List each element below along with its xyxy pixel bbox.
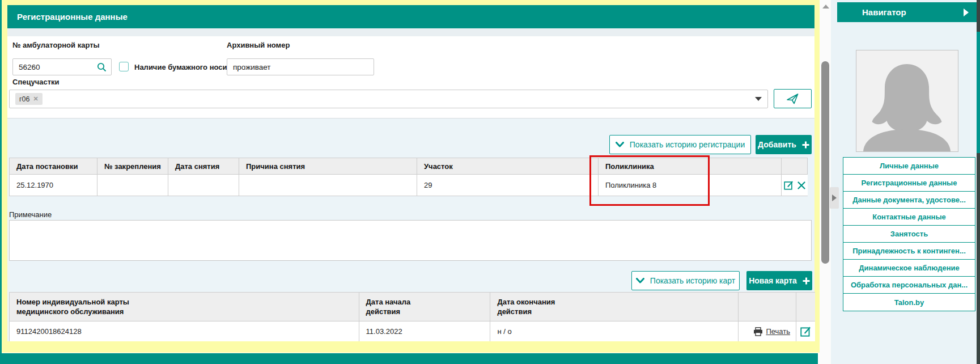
cell-removal-reason [239,175,417,196]
paper-carrier-checkbox[interactable] [119,62,129,71]
expand-panel-handle[interactable] [830,187,839,209]
navigator-header: Навигатор [837,2,977,22]
cell-date-removed [168,175,239,196]
col-attach-number: № закрепления [97,158,168,174]
right-edge-scrollbar-thumb[interactable] [977,32,980,153]
printer-icon [753,327,763,336]
navigator-title: Навигатор [862,7,906,17]
add-button-label: Добавить [758,140,796,149]
add-button[interactable]: Добавить [756,135,812,154]
note-textarea[interactable] [9,220,812,261]
panel-subband [7,28,814,36]
show-registration-history-label: Показать историю регистрации [630,140,745,149]
archive-number-input[interactable] [227,58,374,75]
col-area: Участок [417,158,599,174]
new-card-button[interactable]: Новая карта [746,271,812,290]
menu-item-personal-data-processing[interactable]: Обработка персональных дан... [843,277,975,294]
cards-table-header: Номер индивидуальной карты медицинского … [10,292,815,321]
tag-text: г06 [19,95,29,103]
print-link[interactable]: Печать [753,327,790,336]
cell-attach-number [97,175,168,196]
show-cards-history-label: Показать историю карт [650,276,735,285]
panel-title: Регистрационные данные [7,5,814,28]
tag-remove-icon[interactable]: ✕ [33,95,38,103]
card-number-field-wrap [12,58,112,75]
patient-avatar [856,50,958,152]
plus-icon [802,141,809,149]
special-areas-label: Спецучастки [12,78,60,86]
plus-icon [803,277,810,285]
cards-table-row: 9112420018624128 11.03.2022 н / о Печать [10,321,815,341]
new-card-label: Новая карта [749,276,797,285]
col-card-number: Номер индивидуальной карты медицинского … [10,293,359,321]
col-end-date: Дата окончания действия [490,293,739,321]
navigator-menu: Личные данные Регистрационные данные Дан… [843,157,975,311]
delete-row-icon[interactable] [797,181,805,189]
col-date-removed: Дата снятия [168,158,239,174]
menu-item-contact-data[interactable]: Контактные данные [843,209,975,226]
special-area-tag: г06 ✕ [15,93,43,105]
bottom-accent-bar [0,353,818,364]
note-label: Примечание [9,210,52,219]
cards-table: Номер индивидуальной карты медицинского … [9,292,815,341]
registration-table-row: 25.12.1970 29 Поликлиника 8 [10,175,808,196]
menu-item-personal-data[interactable]: Личные данные [843,158,975,175]
show-cards-history-button[interactable]: Показать историю карт [631,271,740,290]
cell-date-set: 25.12.1970 [10,175,97,196]
menu-item-employment[interactable]: Занятость [843,226,975,243]
cell-area: 29 [417,175,599,196]
search-icon[interactable] [97,62,107,74]
scroll-up-icon[interactable] [822,5,829,9]
expand-right-icon [832,194,837,201]
special-areas-dropdown[interactable]: г06 ✕ [9,90,768,108]
send-button[interactable] [774,89,812,108]
cell-card-number: 9112420018624128 [10,321,359,341]
scrollbar-thumb[interactable] [821,61,829,264]
chevron-down-icon[interactable] [755,97,762,101]
chevron-down-icon [616,142,624,147]
edit-row-icon[interactable] [784,180,794,190]
registration-table-header: Дата постановки № закрепления Дата сняти… [10,158,808,175]
edit-card-icon[interactable] [800,326,811,337]
cell-end-date: н / о [490,321,739,341]
paper-plane-icon [787,94,799,104]
avatar-silhouette-icon [856,50,958,151]
show-registration-history-button[interactable]: Показать историю регистрации [609,135,751,154]
menu-item-dynamic-observation[interactable]: Динамическое наблюдение [843,260,975,277]
col-removal-reason: Причина снятия [239,158,417,174]
archive-number-label: Архивный номер [227,41,290,49]
col-date-set: Дата постановки [10,158,97,174]
chevron-down-icon [636,278,644,283]
col-start-date: Дата начала действия [359,293,491,321]
menu-item-contingent[interactable]: Принадлежность к континген... [843,243,975,260]
registration-page: Регистрационные данные № амбулаторной ка… [0,0,980,364]
card-number-label: № амбулаторной карты [12,41,100,49]
menu-item-talon-by[interactable]: Talon.by [843,294,975,311]
collapse-right-icon[interactable] [964,9,969,16]
menu-item-document-data[interactable]: Данные документа, удостове... [843,192,975,209]
col-polyclinic: Поликлиника [599,158,782,174]
registration-table: Дата постановки № закрепления Дата сняти… [9,158,808,196]
menu-item-registration-data[interactable]: Регистрационные данные [843,175,975,192]
print-label: Печать [766,327,790,336]
cell-polyclinic: Поликлиника 8 [599,175,782,196]
cell-start-date: 11.03.2022 [359,321,491,341]
